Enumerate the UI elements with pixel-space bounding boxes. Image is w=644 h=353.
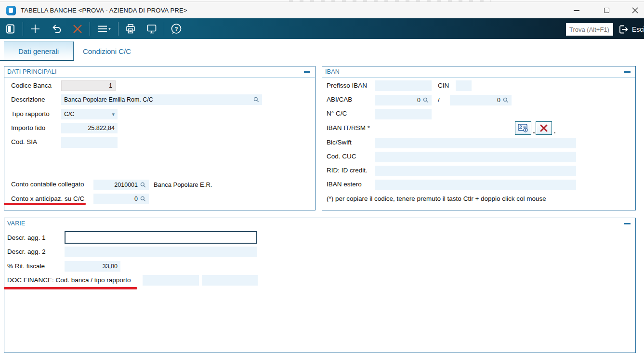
panel-varie: VARIE Descr. agg. 1 Descr. agg. 2 % Rit.… [4,218,636,353]
new-record-button[interactable] [25,20,46,38]
panel-title: IBAN [325,68,340,75]
generate-iban-button[interactable] [515,121,531,135]
annotation-underline-conto-anticipaz [4,203,86,205]
iban-estero-field[interactable] [375,180,576,190]
importo-fido-label: Importo fido [11,124,45,131]
collapse-panel-button[interactable] [624,223,631,224]
cod-sia-label: Cod. SIA [11,138,37,145]
window-title: TABELLA BANCHE <PROVA - AZIENDA DI PROVA… [21,7,187,14]
printer-icon [125,23,136,35]
rid-id-credit-label: RID: ID credit. [327,167,368,174]
search-icon[interactable] [503,97,509,103]
screen-view-button[interactable] [141,20,162,38]
cod-sia-field[interactable] [61,137,118,148]
descr-agg-1-label: Descr. agg. 1 [7,234,46,241]
toolbar-separator [164,22,164,36]
codice-banca-label: Codice Banca [11,82,52,89]
print-button[interactable] [120,20,141,38]
chevron-down-icon[interactable]: ▾ [112,111,115,118]
descr-agg-1-field[interactable] [65,231,257,244]
cin-label: CIN [438,82,449,89]
toolbar-separator [90,22,90,36]
button-dot [533,132,535,133]
minimize-icon [574,10,579,11]
close-icon [632,7,638,13]
doc-finance-tipo-rapporto-field[interactable] [202,275,258,286]
cab-field[interactable]: 0 [450,95,512,105]
tab-condizioni-cc[interactable]: Condizioni C/C [74,41,140,61]
menu-button[interactable] [92,20,117,38]
panel-dati-principali: DATI PRINCIPALI Codice Banca 1 Descrizio… [4,66,315,210]
n-cc-field[interactable] [375,109,432,119]
title-bar: TABELLA BANCHE <PROVA - AZIENDA DI PROVA… [0,2,644,18]
descr-agg-2-label: Descr. agg. 2 [7,248,46,255]
rit-fiscale-label: % Rit. fiscale [7,262,45,270]
find-input[interactable] [566,23,613,36]
cod-cuc-label: Cod. CUC [327,153,356,160]
collapse-panel-button[interactable] [624,71,631,73]
search-icon[interactable] [140,182,146,188]
panel-title: VARIE [7,220,26,227]
maximize-window-button[interactable] [595,2,618,18]
help-button[interactable]: ? [166,20,187,38]
toolbar-separator [23,22,23,36]
delete-record-button[interactable] [67,20,88,38]
search-icon[interactable] [423,97,429,103]
tab-bar: Dati generali Condizioni C/C [0,39,644,61]
search-icon[interactable] [253,97,259,103]
panel-dati-principali-header: DATI PRINCIPALI [4,66,315,78]
abi-field[interactable]: 0 [375,95,432,105]
descrizione-label: Descrizione [11,96,45,103]
conto-anticipaz-field[interactable]: 0 [93,194,149,204]
main-toolbar: ? [0,18,644,39]
monitor-icon [146,23,158,35]
search-icon[interactable] [140,196,146,202]
bic-swift-label: Bic/Swift [327,139,352,146]
descrizione-field[interactable]: Banca Popolare Emilia Rom. C/C [61,94,262,105]
cin-field[interactable] [456,80,472,91]
help-icon: ? [170,23,183,35]
bic-swift-field[interactable] [375,138,576,148]
panel-varie-header: VARIE [4,218,635,229]
clear-iban-button[interactable] [536,121,552,135]
prefisso-iban-field[interactable] [375,80,432,91]
panel-iban-header: IBAN [322,66,635,78]
collapse-panel-button[interactable] [304,71,310,73]
importo-fido-field[interactable]: 25.822,84 [61,123,118,133]
menu-icon [97,23,111,35]
undo-button[interactable] [46,20,67,38]
prefisso-iban-label: Prefisso IBAN [327,82,367,89]
tipo-rapporto-select[interactable]: C/C ▾ [61,109,118,119]
conto-contabile-label: Conto contabile collegato [11,181,84,188]
rit-fiscale-field[interactable]: 33,00 [65,261,120,272]
button-dot [554,132,555,133]
close-window-button[interactable] [624,2,644,18]
toolbar-separator [118,22,118,36]
doc-finance-label: DOC FINANCE: Cod. banca / tipo rapporto [7,276,131,284]
conto-contabile-field[interactable]: 2010001 [93,180,149,190]
sidebar-toggle-button[interactable] [0,20,21,38]
card-add-icon [518,124,528,132]
doc-finance-cod-banca-field[interactable] [143,275,199,286]
cod-cuc-field[interactable] [375,152,576,162]
annotation-underline-doc-finance [4,287,137,289]
exit-button[interactable]: Esci [618,21,644,38]
panel-title: DATI PRINCIPALI [7,68,57,75]
descr-agg-2-field[interactable] [65,247,257,257]
tab-dati-generali[interactable]: Dati generali [4,41,74,61]
conto-anticipaz-label: Conto x anticipaz. su C/C [11,195,84,202]
tipo-rapporto-label: Tipo rapporto [11,110,50,118]
minimize-window-button[interactable] [565,2,588,18]
iban-estero-label: IBAN estero [327,181,362,188]
exit-label: Esci [632,26,644,33]
rid-id-credit-field[interactable] [375,166,576,176]
top-edge-artifact [0,0,644,2]
iban-it-rsm-label: IBAN IT/RSM * [327,124,370,131]
panel-iban: IBAN Prefisso IBAN CIN ABI/CAB 0 / 0 N° … [322,66,636,210]
plus-icon [29,23,41,35]
iban-copy-note: (*) per copiare il codice, tenere premut… [327,195,546,202]
maximize-icon [604,8,609,13]
sidebar-toggle-icon [5,23,16,35]
conto-contabile-description: Banca Popolare E.R. [154,181,212,188]
codice-banca-field: 1 [61,80,116,91]
